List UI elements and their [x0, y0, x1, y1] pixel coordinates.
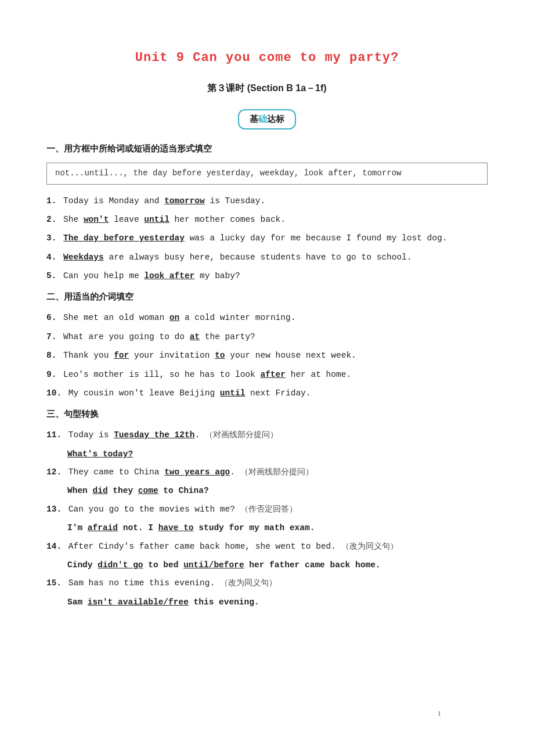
item12-note: （对画线部分提问）	[240, 467, 313, 476]
item7-answer: at	[190, 332, 200, 341]
item5-answer: look after	[144, 271, 194, 280]
item11-sub-what: What's today?	[67, 449, 133, 459]
page-number: 1	[438, 707, 442, 720]
item9-answer: after	[260, 370, 286, 379]
item2-text-after: her mother comes back.	[169, 215, 286, 224]
item13-num: 13.	[46, 505, 62, 514]
item2-answer2: until	[144, 215, 169, 224]
exercise-item-12: 12. They came to China two years ago. （对…	[46, 465, 488, 480]
item13-sub: I'm afraid not. I have to study for my m…	[67, 521, 488, 535]
item15-text-before: Sam has no time this evening.	[68, 578, 215, 588]
item14-sub-cindy: Cindy	[67, 560, 98, 570]
section2-title: 二、用适当的介词填空	[46, 289, 488, 305]
exercise-item-1: 1. Today is Monday and tomorrow is Tuesd…	[46, 194, 488, 208]
item13-text-before: Can you go to the movies with me?	[68, 505, 235, 514]
item13-sub-not: not. I	[118, 523, 158, 532]
item6-num: 6.	[46, 313, 56, 322]
badge-highlight: 础	[258, 114, 267, 124]
item3-text-after: was a lucky day for me because I found m…	[185, 233, 447, 243]
item13-note: （作否定回答）	[240, 505, 297, 513]
item12-sub: When did they come to China?	[67, 484, 488, 498]
item4-answer: Weekdays	[63, 253, 104, 262]
item14-sub-to: to bed	[143, 560, 184, 570]
item10-num: 10.	[46, 388, 62, 398]
item15-note: （改为同义句）	[220, 578, 277, 587]
item2-text-mid: leave	[109, 215, 144, 224]
item6-text-after: a cold winter morning.	[179, 313, 295, 322]
badge: 基础达标	[238, 109, 296, 129]
item8-text-after: your new house next week.	[225, 351, 356, 360]
item13-sub-have: have to	[158, 523, 194, 532]
item15-num: 15.	[46, 578, 62, 588]
item11-note: （对画线部分提问）	[205, 430, 278, 439]
item8-answer1: for	[114, 351, 129, 360]
item5-text-after: my baby?	[194, 271, 240, 280]
item12-sub-when: When	[67, 486, 93, 495]
item7-text-before: What are you going to do	[63, 332, 190, 341]
item11-text-after: .	[194, 430, 200, 440]
section1-title: 一、用方框中所给词或短语的适当形式填空	[46, 141, 488, 157]
item8-text-mid: your invitation	[129, 351, 215, 360]
item13-sub-im: I'm	[67, 523, 88, 532]
exercise-item-5: 5. Can you help me look after my baby?	[46, 269, 488, 283]
item6-text-before: She met an old woman	[63, 313, 169, 322]
item9-text-before: Leo's mother is ill, so he has to look	[63, 370, 260, 379]
item15-sub: Sam isn't available/free this evening.	[67, 595, 488, 610]
exercise-item-15: 15. Sam has no time this evening. （改为同义句…	[46, 576, 488, 591]
item11-answer: Tuesday the 12th	[114, 430, 194, 440]
word-box: not...until..., the day before yesterday…	[46, 163, 488, 184]
item14-text-before: After Cindy's father came back home, she…	[68, 542, 336, 551]
item14-num: 14.	[46, 542, 62, 551]
item6-answer: on	[169, 313, 179, 322]
item12-answer: two years ago	[164, 467, 230, 477]
badge-prefix: 基	[250, 114, 258, 124]
item1-num: 1.	[46, 196, 56, 206]
page-title: Unit 9 Can you come to my party?	[46, 46, 488, 70]
item2-answer1: won't	[84, 215, 109, 224]
item1-answer: tomorrow	[164, 196, 205, 206]
item7-text-after: the party?	[200, 332, 255, 341]
section3-title: 三、句型转换	[46, 406, 488, 422]
item10-text-after: next Friday.	[245, 388, 311, 398]
item10-answer: until	[220, 388, 246, 398]
item13-sub-rest: study for my math exam.	[194, 523, 315, 532]
item5-text-before: Can you help me	[63, 271, 144, 280]
item15-sub-sam: Sam	[67, 597, 88, 607]
exercise-item-9: 9. Leo's mother is ill, so he has to loo…	[46, 368, 488, 382]
exercise-item-13: 13. Can you go to the movies with me? （作…	[46, 502, 488, 517]
item14-sub: Cindy didn't go to bed until/before her …	[67, 558, 488, 573]
item2-num: 2.	[46, 215, 56, 224]
item7-num: 7.	[46, 332, 56, 341]
item3-num: 3.	[46, 233, 56, 243]
item15-sub-rest: this evening.	[189, 597, 259, 607]
item4-num: 4.	[46, 253, 56, 262]
item3-answer: The day before yesterday	[63, 233, 185, 243]
item1-text-after: is Tuesday.	[205, 196, 265, 206]
exercise-item-10: 10. My cousin won't leave Beijing until …	[46, 386, 488, 401]
item10-text-before: My cousin won't leave Beijing	[68, 388, 220, 398]
item2-text-before: She	[63, 215, 84, 224]
item8-text-before: Thank you	[63, 351, 114, 360]
item12-sub-they: they	[108, 486, 138, 495]
item14-note: （改为同义句）	[341, 542, 398, 550]
item12-sub-come: come	[138, 486, 158, 495]
item13-sub-afraid: afraid	[88, 523, 118, 532]
exercise-item-6: 6. She met an old woman on a cold winter…	[46, 311, 488, 325]
item12-text-before: They came to China	[68, 467, 164, 477]
item14-sub-rest: her father came back home.	[244, 560, 381, 570]
exercise-item-2: 2. She won't leave until her mother come…	[46, 213, 488, 227]
exercise-item-7: 7. What are you going to do at the party…	[46, 330, 488, 344]
item5-num: 5.	[46, 271, 56, 280]
item14-sub-didnt: didn't go	[98, 560, 143, 570]
item11-sub: What's today?	[67, 447, 488, 462]
item12-sub-rest: to China?	[158, 486, 209, 495]
exercise-item-3: 3. The day before yesterday was a lucky …	[46, 231, 488, 246]
item8-num: 8.	[46, 351, 56, 360]
exercise-item-11: 11. Today is Tuesday the 12th. （对画线部分提问）	[46, 428, 488, 442]
item14-sub-until: until/before	[183, 560, 244, 570]
subtitle: 第３课时 (Section B 1a－1f)	[46, 80, 488, 97]
item12-sub-did: did	[93, 486, 108, 495]
badge-suffix: 达标	[267, 114, 284, 124]
exercise-item-8: 8. Thank you for your invitation to your…	[46, 348, 488, 363]
item8-answer2: to	[215, 351, 225, 360]
